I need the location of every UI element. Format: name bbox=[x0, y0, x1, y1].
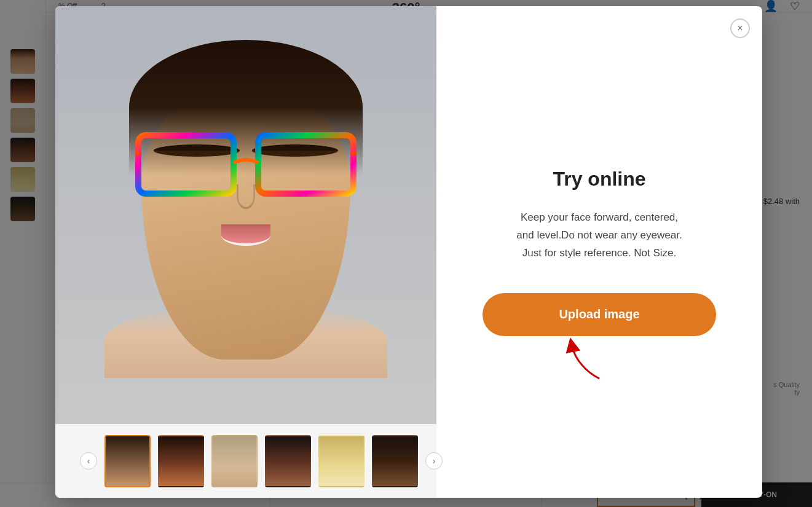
model-thumb-2[interactable] bbox=[158, 435, 204, 487]
model-thumb-4[interactable] bbox=[265, 435, 311, 487]
thumb-face-2 bbox=[159, 436, 203, 486]
modal-title: Try online bbox=[553, 168, 645, 191]
arrow-annotation bbox=[562, 336, 612, 387]
thumb-face-4 bbox=[266, 436, 310, 486]
chevron-right-icon: › bbox=[433, 456, 436, 466]
upload-image-button[interactable]: Upload image bbox=[483, 293, 716, 336]
model-thumb-3[interactable] bbox=[211, 435, 258, 487]
modal-content-panel: × Try online Keep your face forward, cen… bbox=[436, 6, 762, 498]
model-image-area bbox=[55, 6, 436, 424]
thumb-face-6 bbox=[373, 436, 417, 486]
try-online-modal: ‹ › bbox=[55, 6, 762, 498]
thumb-face-1 bbox=[106, 436, 149, 486]
thumb-face-5 bbox=[320, 436, 363, 486]
desc-line-1: Keep your face forward, centered, bbox=[521, 211, 678, 223]
model-thumb-1[interactable] bbox=[104, 435, 151, 487]
mouth bbox=[221, 224, 270, 246]
desc-line-3: Just for style reference. Not Size. bbox=[522, 247, 676, 259]
desc-line-2: and level.Do not wear any eyewear. bbox=[516, 229, 682, 241]
modal-close-button[interactable]: × bbox=[730, 18, 750, 38]
modal-description: Keep your face forward, centered, and le… bbox=[516, 209, 682, 262]
modal-image-panel: ‹ › bbox=[55, 6, 436, 498]
svg-rect-0 bbox=[138, 135, 234, 194]
chevron-left-icon: ‹ bbox=[87, 456, 90, 466]
close-icon: × bbox=[737, 23, 743, 34]
glasses-svg bbox=[135, 126, 357, 206]
model-thumbnails-row: ‹ › bbox=[55, 424, 436, 498]
svg-rect-1 bbox=[258, 135, 353, 194]
model-face bbox=[129, 52, 363, 378]
arrow-svg bbox=[562, 336, 612, 385]
model-thumb-5[interactable] bbox=[318, 435, 365, 487]
thumb-face-3 bbox=[213, 436, 256, 486]
glasses-container bbox=[135, 126, 357, 206]
prev-model-button[interactable]: ‹ bbox=[80, 452, 97, 470]
model-thumb-6[interactable] bbox=[372, 435, 418, 487]
